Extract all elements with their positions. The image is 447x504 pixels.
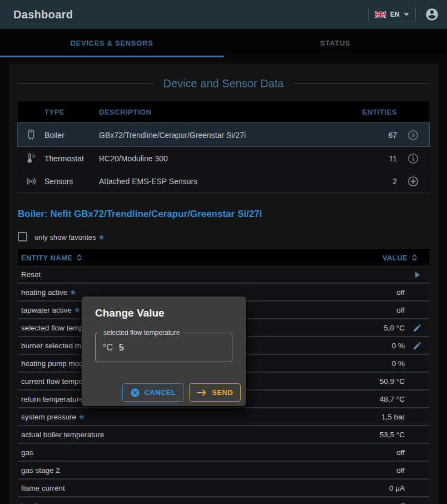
device-description: GBx72/Trendline/Cerapur/Greenstar Si/27i (99, 131, 357, 140)
favorite-star-icon: ★ (74, 305, 81, 314)
change-value-dialog: Change Value selected flow temperature °… (82, 297, 246, 406)
send-arrow-icon (197, 389, 207, 396)
col-value: VALUE (383, 254, 408, 262)
execute-icon[interactable] (412, 270, 422, 280)
favorite-star-icon: ★ (98, 233, 105, 241)
input-label: selected flow temperature (101, 329, 182, 337)
chevron-down-icon (404, 13, 409, 16)
input-value: 5 (119, 343, 124, 353)
sort-icon (76, 253, 83, 262)
send-button[interactable]: SEND (189, 383, 241, 402)
entity-name: heating pump (21, 502, 67, 504)
entity-value: 0 % (392, 342, 405, 350)
value-input[interactable]: selected flow temperature °C 5 (95, 333, 232, 362)
entity-value: 48,7 °C (380, 395, 405, 403)
device-row[interactable]: SensorsAttached EMS-ESP Sensors2 (18, 170, 429, 193)
cancel-button[interactable]: CANCEL (122, 383, 184, 402)
main-panel: Device and Sensor Data TYPE DESCRIPTION … (9, 64, 438, 504)
account-icon[interactable] (425, 7, 439, 22)
favorites-label: only show favorites ★ (34, 233, 105, 241)
entity-name: actual boiler temperature (21, 431, 104, 439)
input-unit: °C (103, 343, 113, 353)
tab-bar: DEVICES & SENSORS STATUS (0, 29, 447, 57)
favorites-filter: only show favorites ★ (18, 232, 429, 241)
entity-name: gas (21, 448, 33, 457)
entity-name: tapwater active ★ (21, 305, 81, 314)
entity-row[interactable]: system pressure ★1,5 bar (18, 408, 429, 426)
device-type: Thermostat (44, 154, 99, 163)
sort-entity-name[interactable]: ENTITY NAME (21, 253, 83, 262)
device-table-header: TYPE DESCRIPTION ENTITIES (18, 101, 429, 123)
svg-text:A: A (32, 154, 35, 159)
entity-table-header: ENTITY NAME VALUE (18, 249, 429, 266)
boiler-heading: Boiler: Nefit GBx72/Trendline/Cerapur/Gr… (18, 209, 429, 220)
device-type: Boiler (44, 131, 99, 140)
boiler-icon (18, 129, 44, 141)
entity-row[interactable]: gasoff (18, 444, 429, 462)
entity-row[interactable]: flame current0 µA (18, 480, 429, 497)
device-description: RC20/Moduline 300 (99, 154, 357, 163)
entity-value: 0 µA (389, 484, 405, 492)
entity-name: heating active ★ (21, 288, 77, 297)
entity-value: 5,0 °C (384, 324, 405, 332)
entity-name: flame current (21, 484, 65, 492)
cancel-icon (130, 388, 140, 398)
device-row[interactable]: BoilerGBx72/Trendline/Cerapur/Greenstar … (18, 123, 429, 146)
favorites-checkbox[interactable] (18, 232, 27, 241)
entity-value: 50,9 °C (380, 377, 405, 386)
active-tab-indicator (0, 56, 224, 57)
sort-value[interactable]: VALUE (383, 253, 418, 262)
device-entity-count: 2 (357, 177, 397, 186)
add-icon[interactable] (397, 176, 429, 187)
favorite-star-icon: ★ (78, 412, 86, 421)
entity-value: off (396, 502, 405, 504)
thermostat-icon: A (18, 152, 44, 165)
device-description: Attached EMS-ESP Sensors (99, 177, 357, 186)
entity-value: 0 % (392, 359, 405, 368)
entity-name: system pressure ★ (21, 412, 85, 421)
device-type: Sensors (44, 177, 99, 186)
entity-value: off (396, 466, 405, 475)
entity-row[interactable]: heating pumpoff (18, 497, 429, 504)
entity-row[interactable]: Reset (18, 266, 429, 284)
edit-icon[interactable] (413, 323, 422, 333)
entity-name: gas stage 2 (21, 466, 60, 475)
entity-value: off (396, 448, 405, 457)
entity-value: off (396, 288, 405, 297)
device-table-body: BoilerGBx72/Trendline/Cerapur/Greenstar … (18, 123, 429, 193)
dashboard-page: Dashboard EN DEV (0, 0, 447, 504)
entity-row[interactable]: gas stage 2off (18, 462, 429, 480)
favorite-star-icon: ★ (69, 288, 77, 297)
entity-value: off (396, 306, 405, 314)
edit-icon[interactable] (413, 341, 422, 350)
entity-value: 1,5 bar (381, 413, 405, 421)
uk-flag-icon (375, 11, 386, 18)
app-bar: Dashboard EN (0, 0, 447, 29)
col-entity-name: ENTITY NAME (21, 254, 72, 262)
entity-row[interactable]: actual boiler temperature53,5 °C (18, 426, 429, 444)
language-selector[interactable]: EN (368, 7, 416, 22)
entity-name: return temperature (21, 395, 83, 403)
tab-devices-sensors[interactable]: DEVICES & SENSORS (0, 29, 224, 57)
device-row[interactable]: AThermostatRC20/Moduline 30011 (18, 146, 429, 170)
dialog-title: Change Value (82, 297, 246, 325)
info-icon[interactable] (397, 153, 429, 164)
col-description: DESCRIPTION (99, 108, 357, 116)
section-title: Device and Sensor Data (163, 77, 284, 90)
dialog-actions: CANCEL SEND (82, 383, 246, 406)
language-code: EN (390, 11, 400, 18)
device-entity-count: 11 (357, 154, 397, 163)
entity-value: 53,5 °C (380, 431, 405, 439)
sensors-icon (18, 175, 44, 188)
tab-status[interactable]: STATUS (224, 29, 447, 57)
info-icon[interactable] (397, 130, 429, 141)
sort-icon (411, 253, 418, 262)
device-entity-count: 67 (357, 131, 397, 140)
col-type: TYPE (44, 108, 99, 116)
section-title-row: Device and Sensor Data (18, 64, 429, 101)
col-entities: ENTITIES (357, 108, 397, 116)
entity-name: Reset (21, 270, 41, 279)
page-title: Dashboard (13, 8, 73, 21)
